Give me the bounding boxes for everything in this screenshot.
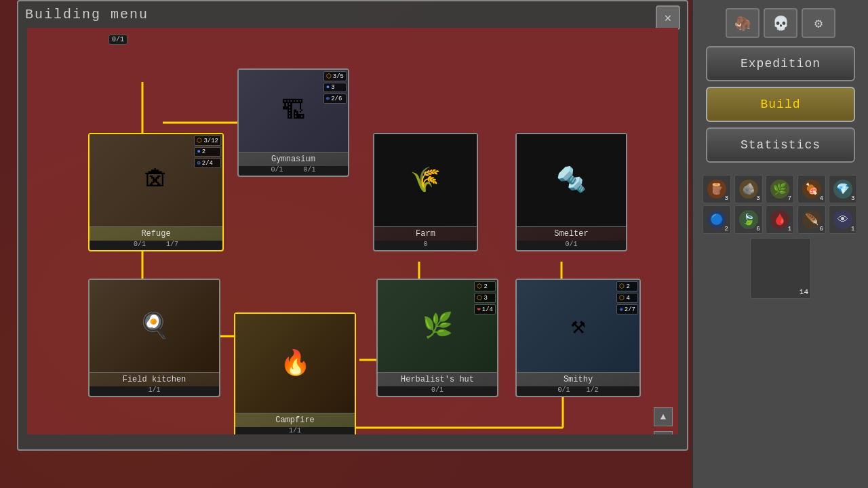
- field-kitchen-card[interactable]: 🍳 Field kitchen 1/1: [88, 279, 220, 397]
- close-button[interactable]: ✕: [656, 5, 680, 30]
- resource-slot-3: 🌿 7: [766, 175, 794, 203]
- field-kitchen-name: Field kitchen: [119, 373, 191, 386]
- refuge-stats: ⬡3/12 ●2 ⊕2/4: [194, 136, 221, 168]
- panel-icon-row: 🦣 💀 ⚙️: [726, 8, 835, 38]
- field-kitchen-image: 🍳: [90, 280, 219, 373]
- herbalists-stats: ⬡2 ⬡3 ❤1/4: [474, 281, 496, 314]
- gymnasium-card[interactable]: 🏗 ⬡3/5 ●3 ⊕2/6 Gymnasium 0/1 0/1: [237, 68, 349, 177]
- smelter-card[interactable]: 🔩 Smelter 0/1: [515, 133, 627, 251]
- herbalists-hut-name: Herbalist's hut: [397, 373, 478, 386]
- mammoth-icon[interactable]: 🦣: [726, 8, 760, 38]
- scroll-up-button[interactable]: ▲: [654, 407, 673, 426]
- resource-grid-row2: 🔵 2 🍃 6 🩸 1 🪶 6 👁 1: [703, 205, 859, 234]
- refuge-image: 🏚 ⬡3/12 ●2 ⊕2/4: [90, 134, 222, 227]
- gymnasium-bottom-stat: 0/1 0/1: [239, 166, 348, 176]
- gymnasium-name: Gymnasium: [267, 152, 319, 166]
- top-stat-badge: 0/1: [108, 35, 127, 45]
- farm-bottom-stat: 0: [374, 241, 477, 250]
- refuge-card[interactable]: 🏚 ⬡3/12 ●2 ⊕2/4 Refuge 0/1 1/7: [88, 133, 224, 251]
- refuge-bottom-stat: 0/1 1/7: [90, 241, 222, 250]
- building-menu: Building menu ✕ 0/1: [17, 0, 688, 451]
- large-resource-slot: 14: [750, 238, 811, 299]
- resource-slot-1: 🪵 3: [703, 175, 731, 203]
- resource-grid-row1: 🪵 3 🪨 3 🌿 7 🍖 4 💎 3: [703, 175, 859, 203]
- resource-slot-6: 🔵 2: [703, 205, 731, 234]
- smithy-stats: ⬡2 ⬡4 ⊕2/7: [616, 281, 638, 314]
- scroll-down-button[interactable]: ▼: [654, 431, 673, 434]
- smelter-image: 🔩: [517, 134, 626, 227]
- resource-slot-5: 💎 3: [829, 175, 857, 203]
- resource-slot-7: 🍃 6: [734, 205, 763, 234]
- large-resource-area: 14: [750, 236, 811, 299]
- resource-slot-9: 🪶 6: [797, 205, 826, 234]
- herbalists-hut-image: 🌿 ⬡2 ⬡3 ❤1/4: [378, 280, 497, 373]
- campfire-name: Campfire: [271, 413, 319, 427]
- expedition-button[interactable]: Expedition: [706, 46, 855, 81]
- campfire-card[interactable]: 🔥 Campfire 1/1: [234, 312, 356, 434]
- gymnasium-image: 🏗 ⬡3/5 ●3 ⊕2/6: [239, 70, 348, 152]
- herbalists-hut-bottom-stat: 0/1: [378, 386, 497, 396]
- statistics-button[interactable]: Statistics: [706, 127, 855, 163]
- menu-content: 0/1 🏗 ⬡3/5 ●3 ⊕2/6 Gymnasium 0/1 0/1: [27, 28, 678, 434]
- campfire-image: 🔥: [235, 314, 355, 413]
- smelter-bottom-stat: 0/1: [517, 241, 626, 250]
- smithy-bottom-stat: 0/1 1/2: [517, 386, 639, 396]
- farm-image: 🌾: [374, 134, 477, 227]
- smithy-name: Smithy: [559, 373, 597, 386]
- smithy-card[interactable]: ⚒ ⬡2 ⬡4 ⊕2/7 Smithy 0/1 1/2: [515, 279, 641, 397]
- gymnasium-stats: ⬡3/5 ●3 ⊕2/6: [323, 71, 347, 104]
- menu-title: Building menu: [18, 0, 155, 29]
- skull-icon[interactable]: 💀: [764, 8, 797, 38]
- resource-slot-8: 🩸 1: [766, 205, 794, 234]
- resource-slot-10: 👁 1: [829, 205, 857, 234]
- right-panel: 🦣 💀 ⚙️ Expedition Build Statistics 🪵 3 🪨…: [692, 0, 868, 488]
- smelter-name: Smelter: [550, 227, 592, 241]
- refuge-name: Refuge: [137, 227, 174, 241]
- field-kitchen-bottom-stat: 1/1: [90, 386, 219, 396]
- farm-name: Farm: [412, 227, 439, 241]
- build-button[interactable]: Build: [706, 87, 855, 122]
- herbalists-hut-card[interactable]: 🌿 ⬡2 ⬡3 ❤1/4 Herbalist's hut 0/1: [376, 279, 498, 397]
- settings-icon[interactable]: ⚙️: [802, 8, 835, 38]
- resource-slot-4: 🍖 4: [797, 175, 826, 203]
- smithy-image: ⚒ ⬡2 ⬡4 ⊕2/7: [517, 280, 639, 373]
- farm-card[interactable]: 🌾 Farm 0: [373, 133, 478, 251]
- resource-slot-2: 🪨 3: [734, 175, 763, 203]
- campfire-bottom-stat: 1/1: [235, 427, 355, 434]
